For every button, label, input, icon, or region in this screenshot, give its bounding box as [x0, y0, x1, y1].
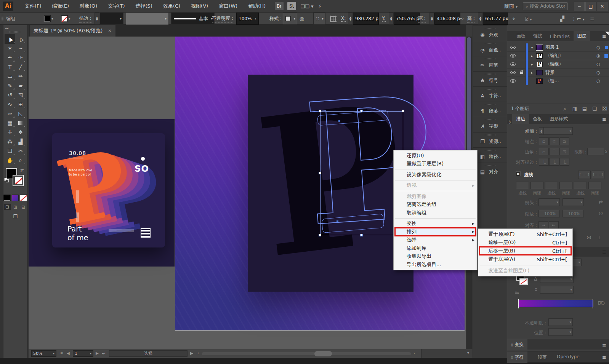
shape-properties-icon[interactable]: ▞	[560, 16, 564, 22]
round-cap-button[interactable]: ⊂	[549, 137, 559, 145]
mesh-tool[interactable]: ▦	[5, 118, 15, 128]
x-field[interactable]: 980.282 px	[353, 13, 379, 25]
stroke-panel-menu-icon[interactable]: ≡	[602, 117, 606, 122]
rotate-tool[interactable]: ↺	[5, 90, 15, 100]
flip-horizontal-icon[interactable]: ⋈	[587, 235, 591, 240]
pen-tool[interactable]: ✒	[5, 53, 15, 62]
menu-isolate-group[interactable]: 隔离选定的组	[394, 201, 477, 209]
vscroll-down-icon[interactable]: ▾	[467, 351, 469, 355]
tab-character[interactable]: ◊字符	[507, 351, 527, 363]
eyedropper-tool[interactable]: ✛	[5, 128, 15, 137]
dash-value-field[interactable]	[530, 182, 543, 189]
visibility-eye-icon[interactable]	[510, 71, 516, 74]
dash-preset-align-button[interactable]: [‒ ‒]	[592, 171, 604, 179]
menu-ungroup[interactable]: 取消编组	[394, 209, 477, 217]
screen-mode-button[interactable]: ❐	[11, 214, 20, 219]
submenu-send-backward[interactable]: 后移一层(B) Ctrl+[	[478, 247, 572, 255]
menu-make-pixel-perfect[interactable]: 设为像素级优化	[394, 171, 477, 179]
target-circle-icon[interactable]: ○	[593, 78, 603, 83]
weight-dropdown[interactable]	[544, 127, 573, 135]
selection-handle-ne[interactable]	[402, 110, 404, 112]
line-segment-tool[interactable]: ╱	[15, 62, 26, 72]
layer-row-group1[interactable]: ▸ P 〈编组〉 ◎	[507, 52, 609, 60]
dash-preset-preserve-button[interactable]: [‒ ‒]	[578, 171, 591, 179]
draw-behind-mode[interactable]: ◳	[12, 204, 19, 210]
menu-arrange[interactable]: 排列	[394, 228, 477, 236]
reverse-gradient-icon[interactable]: ⇋	[515, 290, 519, 295]
sep[interactable]	[394, 217, 477, 220]
tab-stroke[interactable]: 描边	[512, 114, 529, 124]
target-circle-icon[interactable]: ○	[593, 45, 603, 50]
anchor-point[interactable]	[337, 220, 338, 222]
layer-thumbnail[interactable]: P	[536, 53, 543, 59]
horizontal-scrollbar[interactable]	[202, 352, 411, 355]
miter-join-button[interactable]: ⌐	[539, 148, 549, 155]
previous-artboard-icon[interactable]: ◀	[67, 351, 70, 355]
menu-effect[interactable]: 效果(C)	[158, 0, 186, 12]
color-button[interactable]	[3, 195, 11, 201]
artboard-tool[interactable]: ❏	[5, 146, 15, 156]
align-stroke-center-button[interactable]: ⎿	[539, 158, 549, 166]
sep[interactable]	[478, 263, 572, 267]
layer-thumbnail[interactable]	[536, 45, 543, 50]
tab-close-icon[interactable]: ×	[108, 28, 111, 33]
visibility-eye-icon[interactable]	[510, 79, 516, 83]
tab-artboards[interactable]: 画板	[513, 31, 529, 41]
scale-tool[interactable]: ◹	[15, 90, 26, 100]
menu-perspective[interactable]: 透视	[394, 182, 477, 190]
selection-handle-nw[interactable]	[319, 110, 321, 112]
submenu-bring-forward[interactable]: 前移一层(O) Ctrl+]	[478, 238, 572, 247]
expand-chevron-icon[interactable]: ▾	[528, 46, 536, 49]
gpu-performance-icon[interactable]: ⚡	[318, 3, 322, 9]
menu-help[interactable]: 帮助(H)	[243, 0, 271, 12]
menu-export-selection[interactable]: 导出所选项目...	[394, 260, 477, 269]
selection-handle-n[interactable]	[360, 110, 363, 112]
dash-value-field[interactable]	[574, 182, 587, 189]
bevel-join-button[interactable]: ◹	[559, 148, 569, 155]
expand-chevron-icon[interactable]: ▸	[528, 54, 536, 58]
poster-logo-dot[interactable]	[141, 157, 145, 161]
gradient-stop[interactable]	[518, 299, 519, 308]
new-layer-icon[interactable]: ❏	[590, 106, 599, 112]
status-menu-icon[interactable]: ▶	[190, 351, 193, 355]
slice-tool[interactable]: ✂	[15, 146, 26, 156]
target-circle-icon[interactable]: ○	[593, 62, 603, 67]
delete-layer-icon[interactable]: ⌧	[599, 106, 609, 112]
character-panel-button[interactable]: A 字符..	[473, 91, 507, 101]
width-label[interactable]: 宽 :	[418, 15, 426, 22]
y-field[interactable]: 750.765 px	[394, 13, 420, 25]
opacity-label[interactable]: 不透明度 :	[212, 15, 233, 22]
visibility-eye-icon[interactable]	[510, 62, 516, 66]
color-panel-button[interactable]: ◔ 颜色..	[473, 45, 507, 55]
tab-transform[interactable]: ◊变换	[507, 339, 527, 350]
dash-value-field[interactable]	[588, 182, 601, 189]
layer-row-layer1[interactable]: ▾ 图层 1 ○	[507, 43, 609, 52]
hscroll-right-icon[interactable]: ›	[413, 351, 415, 355]
align-to-selection-icon[interactable]: ⌖	[512, 16, 515, 22]
gradient-aspect-dropdown[interactable]	[540, 286, 574, 294]
brushes-panel-button[interactable]: ✑ 画笔	[473, 60, 507, 70]
magic-wand-tool[interactable]: ✶	[5, 44, 15, 53]
gradient-stroke-proxy[interactable]	[519, 278, 528, 285]
lasso-tool[interactable]: ∽	[15, 44, 26, 53]
last-artboard-icon[interactable]: ⏭	[102, 351, 105, 356]
align-panel-button[interactable]: ▤ 对齐	[473, 167, 507, 177]
visibility-eye-icon[interactable]	[510, 54, 516, 57]
fill-color-swatch[interactable]: ▾	[44, 13, 53, 25]
arrowhead-start-dropdown[interactable]	[538, 198, 560, 206]
poster-qr-code[interactable]	[141, 228, 151, 238]
gradient-opacity-dropdown[interactable]	[548, 318, 573, 326]
menu-object[interactable]: 对象(O)	[74, 0, 103, 12]
document-setup-icon[interactable]: ◍	[300, 16, 304, 22]
direct-selection-tool[interactable]: △	[15, 34, 26, 44]
symbol-sprayer-tool[interactable]: ⁂	[5, 137, 15, 147]
quick-actions-icon[interactable]: ⋮⌐ ▾	[571, 16, 585, 22]
height-field[interactable]: 651.77 px	[483, 13, 508, 25]
asset-export-panel-button[interactable]: ❐ 资源..	[473, 136, 507, 147]
layer-row-link[interactable]: P 〈链... ○	[507, 77, 609, 85]
menu-edit[interactable]: 编辑(E)	[47, 0, 74, 12]
curvature-tool[interactable]: ✑	[15, 53, 26, 62]
constrain-proportions-icon[interactable]: ⚯	[459, 16, 463, 22]
arrowhead-scale-end-field[interactable]: 100%	[563, 210, 584, 217]
appearance-panel-button[interactable]: ◉ 外观	[473, 30, 507, 40]
